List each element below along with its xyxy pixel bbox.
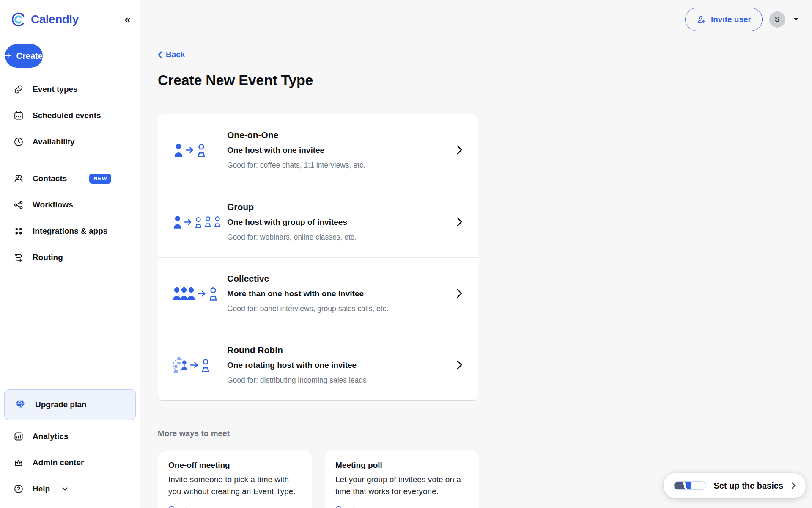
- sidebar-item-help[interactable]: Help: [0, 476, 140, 502]
- nav-bottom: Analytics Admin center Help: [0, 423, 140, 502]
- new-badge: NEW: [89, 174, 111, 184]
- page-title: Create New Event Type: [158, 72, 812, 88]
- back-link[interactable]: Back: [158, 50, 185, 59]
- sidebar-item-admin-center[interactable]: Admin center: [0, 450, 140, 476]
- sidebar-item-label: Scheduled events: [33, 111, 101, 120]
- event-type-good-for: Good for: distributing incoming sales le…: [227, 376, 455, 385]
- one-on-one-icon: [158, 141, 227, 158]
- chevron-right-icon: [791, 481, 796, 490]
- calendar-icon: [14, 110, 24, 121]
- avatar[interactable]: S: [769, 11, 785, 28]
- help-icon: [14, 484, 24, 494]
- sidebar-collapse-icon[interactable]: «: [121, 12, 134, 27]
- event-type-title: Round Robin: [227, 345, 455, 355]
- card-body: Let your group of invitees vote on a tim…: [335, 474, 469, 497]
- sidebar-item-availability[interactable]: Availability: [0, 129, 140, 155]
- sidebar-item-label: Workflows: [33, 200, 73, 210]
- create-poll-link[interactable]: Create: [335, 505, 359, 508]
- upgrade-plan-label: Upgrade plan: [35, 400, 86, 409]
- calendly-logo[interactable]: Calendly: [10, 11, 79, 28]
- create-one-off-link[interactable]: Create: [168, 505, 192, 508]
- setup-progress-fill: [674, 482, 691, 489]
- event-type-good-for: Good for: coffee chats, 1:1 interviews, …: [227, 161, 455, 170]
- sidebar-item-routing[interactable]: Routing: [0, 244, 140, 271]
- calendly-app: Calendly « + Create Event types: [0, 0, 812, 508]
- sidebar-item-integrations-apps[interactable]: Integrations & apps: [0, 218, 140, 244]
- crown-icon: [14, 458, 24, 468]
- plus-icon: +: [5, 50, 11, 61]
- sidebar-item-label: Event types: [33, 85, 78, 94]
- create-button-label: Create: [16, 51, 43, 61]
- chevron-right-icon: [455, 217, 464, 227]
- sidebar-item-label: Admin center: [33, 458, 84, 467]
- create-button[interactable]: + Create: [5, 44, 43, 68]
- sidebar-item-label: Availability: [33, 137, 75, 146]
- analytics-icon: [14, 431, 24, 442]
- event-type-row-collective[interactable]: Collective More than one host with one i…: [158, 257, 478, 329]
- sidebar-item-workflows[interactable]: Workflows: [0, 192, 140, 218]
- main-content: Invite user S Back Create New Event Type: [140, 0, 812, 508]
- event-type-card-list: One-on-One One host with one invitee Goo…: [158, 114, 478, 401]
- nav-primary: Event types Scheduled events Availa: [0, 76, 140, 155]
- sidebar-item-analytics[interactable]: Analytics: [0, 423, 140, 450]
- routing-icon: [14, 252, 24, 262]
- link-icon: [14, 84, 24, 94]
- setup-progress-bar: [674, 481, 706, 490]
- card-body: Invite someone to pick a time with you w…: [168, 474, 302, 497]
- more-ways-heading: More ways to meet: [158, 429, 812, 438]
- event-type-subtitle: One host with one invitee: [227, 146, 455, 155]
- topbar: Invite user S: [685, 8, 800, 31]
- invite-user-button[interactable]: Invite user: [685, 8, 763, 31]
- avatar-initial: S: [775, 15, 779, 24]
- workflows-icon: [14, 200, 24, 210]
- apps-grid-icon: [14, 226, 24, 236]
- diamond-icon: [15, 399, 26, 410]
- setup-basics-widget[interactable]: Set up the basics: [664, 473, 806, 498]
- event-type-good-for: Good for: webinars, online classes, etc.: [227, 233, 455, 242]
- meeting-poll-card: Meeting poll Let your group of invitees …: [325, 451, 479, 508]
- sidebar-item-event-types[interactable]: Event types: [0, 76, 140, 102]
- brand-name: Calendly: [31, 13, 79, 26]
- clock-icon: [14, 137, 24, 147]
- setup-basics-label: Set up the basics: [714, 481, 784, 491]
- nav-secondary: Contacts NEW Workflows Integrations &: [0, 166, 140, 271]
- event-type-subtitle: More than one host with one invitee: [227, 289, 455, 298]
- event-type-row-round-robin[interactable]: Round Robin One rotating host with one i…: [158, 329, 478, 400]
- event-type-subtitle: One host with group of invitees: [227, 218, 455, 227]
- sidebar-item-label: Help: [33, 484, 50, 494]
- sidebar-item-label: Integrations & apps: [33, 226, 107, 236]
- card-title: One-off meeting: [168, 461, 302, 470]
- back-label: Back: [166, 50, 185, 59]
- caret-down-icon: [793, 17, 799, 22]
- event-type-row-one-on-one[interactable]: One-on-One One host with one invitee Goo…: [158, 114, 478, 186]
- one-off-meeting-card: One-off meeting Invite someone to pick a…: [158, 451, 312, 508]
- event-type-title: Collective: [227, 273, 455, 284]
- chevron-right-icon: [455, 360, 464, 370]
- calendly-logo-icon: [10, 11, 27, 28]
- caret-down-icon: [62, 487, 68, 491]
- event-type-title: Group: [227, 202, 455, 212]
- upgrade-plan-button[interactable]: Upgrade plan: [4, 389, 136, 420]
- add-user-icon: [697, 15, 706, 25]
- sidebar-item-label: Contacts: [33, 174, 67, 183]
- sidebar-item-label: Routing: [33, 253, 63, 262]
- event-type-row-group[interactable]: Group One host with group of invitees Go…: [158, 186, 478, 257]
- chevron-right-icon: [455, 145, 464, 155]
- sidebar: Calendly « + Create Event types: [0, 0, 140, 508]
- chevron-left-icon: [158, 51, 162, 58]
- event-type-subtitle: One rotating host with one invitee: [227, 361, 455, 370]
- sidebar-item-label: Analytics: [33, 432, 68, 441]
- invite-user-label: Invite user: [711, 15, 751, 24]
- sidebar-divider: [0, 160, 140, 160]
- contacts-icon: [14, 174, 24, 184]
- round-robin-icon: [158, 356, 227, 373]
- sidebar-item-scheduled-events[interactable]: Scheduled events: [0, 102, 140, 129]
- sidebar-item-contacts[interactable]: Contacts NEW: [0, 166, 140, 192]
- event-type-title: One-on-One: [227, 130, 455, 140]
- group-icon: [158, 213, 227, 230]
- event-type-good-for: Good for: panel interviews, group sales …: [227, 304, 455, 313]
- collective-icon: [158, 285, 227, 302]
- chevron-right-icon: [455, 288, 464, 298]
- account-menu-button[interactable]: [792, 17, 800, 22]
- card-title: Meeting poll: [335, 461, 469, 470]
